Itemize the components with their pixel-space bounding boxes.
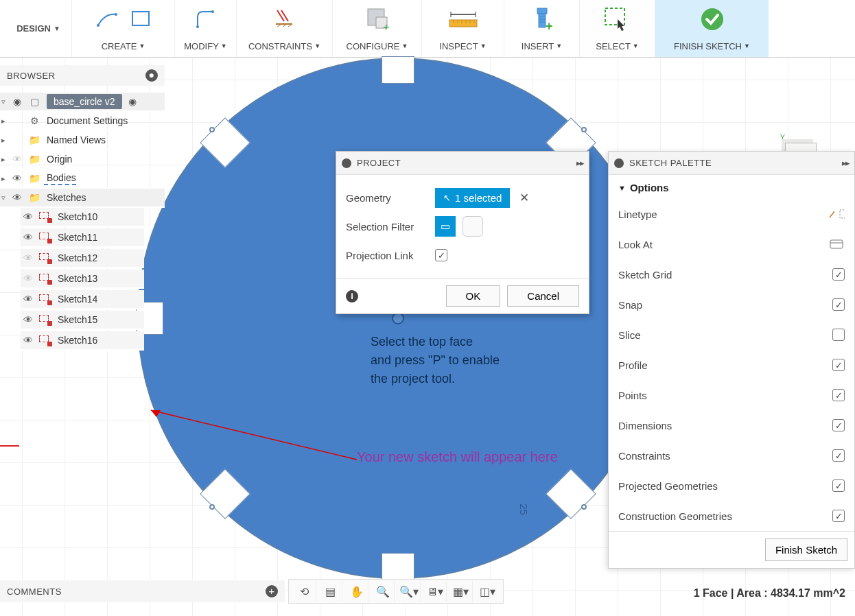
cancel-button[interactable]: Cancel xyxy=(507,285,579,307)
annotation-instructions: Select the top face and press "P" to ena… xyxy=(371,333,500,388)
finish-label: FINISH SKETCH xyxy=(674,41,742,51)
tree-item-sketch[interactable]: 👁 Sketch15 xyxy=(21,311,144,330)
tree-item-sketch[interactable]: 👁 Sketch12 xyxy=(21,249,144,268)
tree-item-doc-settings[interactable]: ▸ ⚙ Document Settings xyxy=(0,112,165,131)
tree-item-named-views[interactable]: ▸ 📁 Named Views xyxy=(0,131,165,150)
linetype-icons[interactable] xyxy=(828,207,845,221)
browser-header[interactable]: BROWSER ● xyxy=(0,65,165,86)
checkbox[interactable] xyxy=(832,329,845,341)
palette-row-label: Profile xyxy=(618,359,832,371)
eye-icon[interactable]: 👁 xyxy=(21,211,36,223)
palette-row: Dimensions✓ xyxy=(609,410,854,440)
sketch-label: Sketch13 xyxy=(55,273,97,284)
fillet-icon xyxy=(194,8,218,31)
checkbox[interactable]: ✓ xyxy=(832,510,845,522)
inspect-label: INSPECT xyxy=(439,41,478,51)
triangle-down-icon: ▼ xyxy=(618,184,626,192)
eye-icon[interactable]: 👁 xyxy=(21,313,36,326)
svg-rect-25 xyxy=(539,14,546,27)
workspace-selector[interactable]: DESIGN▼ xyxy=(0,0,72,57)
chevron-right-icon[interactable]: ▸ xyxy=(0,174,7,183)
checkbox[interactable]: ✓ xyxy=(832,479,845,492)
checkbox[interactable]: ✓ xyxy=(832,268,845,281)
viewport-icon[interactable]: ◫▾ xyxy=(476,581,499,602)
eye-icon[interactable]: ◉ xyxy=(10,95,25,108)
tree-item-sketches[interactable]: ▿ 👁 📁 Sketches xyxy=(0,189,165,208)
toolbar-constraints[interactable]: CONSTRAINTS▼ xyxy=(237,0,333,57)
collapse-icon[interactable]: ● xyxy=(145,69,158,82)
selection-pill[interactable]: ↖ 1 selected xyxy=(435,188,510,208)
caret-down-icon: ▼ xyxy=(221,43,227,49)
orbit-icon[interactable]: ⟲ xyxy=(293,581,316,602)
projection-link-checkbox[interactable]: ✓ xyxy=(435,249,447,261)
anno-line3: the project tool. xyxy=(371,370,500,388)
svg-rect-30 xyxy=(605,8,624,25)
toolbar-select[interactable]: SELECT▼ xyxy=(580,0,655,57)
notch-bottom xyxy=(382,553,414,580)
eye-icon[interactable]: 👁 xyxy=(21,334,36,346)
eye-icon[interactable]: 👁 xyxy=(10,191,25,204)
comments-panel[interactable]: COMMENTS + xyxy=(0,580,285,602)
toolbar-inspect[interactable]: INSPECT▼ xyxy=(422,0,504,57)
palette-header[interactable]: SKETCH PALETTE ▸▸ xyxy=(609,152,854,175)
expand-icon[interactable]: ▸▸ xyxy=(842,158,849,168)
toolbar-insert[interactable]: + INSERT▼ xyxy=(504,0,580,57)
display-icon[interactable]: 🖥▾ xyxy=(423,581,447,602)
info-icon[interactable]: i xyxy=(346,290,358,303)
checkbox[interactable]: ✓ xyxy=(832,419,845,431)
tree-item-sketch[interactable]: 👁 Sketch10 xyxy=(21,208,144,227)
toolbar-create[interactable]: CREATE▼ xyxy=(72,0,175,57)
filter-bodies-button[interactable] xyxy=(462,216,483,237)
expand-icon[interactable]: ▸▸ xyxy=(576,158,583,168)
tree-item-bodies[interactable]: ▸ 👁 📁 Bodies xyxy=(0,169,165,189)
add-comment-icon[interactable]: + xyxy=(266,585,278,597)
tree-item-sketch[interactable]: 👁 Sketch16 xyxy=(21,331,144,351)
look-at-icon[interactable] xyxy=(828,237,845,251)
checkbox[interactable]: ✓ xyxy=(832,449,845,462)
tree-item-sketch[interactable]: 👁 Sketch11 xyxy=(21,228,144,248)
sketch-label: Sketch11 xyxy=(55,232,97,243)
zoom-icon[interactable]: 🔍 xyxy=(371,581,395,602)
section-label: Options xyxy=(630,182,669,193)
modify-label: MODIFY xyxy=(184,41,219,51)
chevron-down-icon[interactable]: ▿ xyxy=(0,193,7,202)
filter-faces-button[interactable]: ▭ xyxy=(435,216,456,237)
checkbox[interactable]: ✓ xyxy=(832,359,845,371)
chevron-right-icon[interactable]: ▸ xyxy=(0,155,7,164)
checkbox[interactable]: ✓ xyxy=(832,298,845,311)
toolbar-configure[interactable]: + CONFIGURE▼ xyxy=(333,0,422,57)
grid-icon[interactable]: ▦▾ xyxy=(449,581,473,602)
eye-icon[interactable]: 👁 xyxy=(21,231,36,244)
eye-icon[interactable]: 👁 xyxy=(10,172,25,185)
palette-row: Look At xyxy=(609,229,854,259)
look-at-icon[interactable]: ▤ xyxy=(319,581,342,602)
target-icon[interactable]: ◉ xyxy=(125,95,140,108)
eye-off-icon[interactable]: 👁 xyxy=(21,252,36,264)
clear-selection-icon[interactable]: ✕ xyxy=(519,191,529,205)
tree-item-origin[interactable]: ▸ 👁 📁 Origin xyxy=(0,150,165,169)
eye-off-icon[interactable]: 👁 xyxy=(10,153,25,165)
zoom-window-icon[interactable]: 🔍▾ xyxy=(397,581,421,602)
chevron-down-icon[interactable]: ▿ xyxy=(0,97,7,106)
eye-off-icon[interactable]: 👁 xyxy=(21,272,36,285)
toolbar-modify[interactable]: MODIFY▼ xyxy=(175,0,237,57)
sketch-body-circle[interactable] xyxy=(137,58,659,579)
palette-row: Constraints✓ xyxy=(609,440,854,471)
tree-root[interactable]: ▿ ◉ ▢ base_circle v2 ◉ xyxy=(0,93,165,112)
finish-sketch-button[interactable]: Finish Sketch xyxy=(765,538,847,561)
palette-row: Sketch Grid✓ xyxy=(609,259,854,289)
dialog-header[interactable]: PROJECT ▸▸ xyxy=(336,152,589,175)
pan-icon[interactable]: ✋ xyxy=(345,581,368,602)
browser-title: BROWSER xyxy=(7,71,56,81)
sketch-lock-icon xyxy=(38,231,52,244)
tree-item-sketch[interactable]: 👁 Sketch14 xyxy=(21,290,144,309)
tree-item-sketch[interactable]: 👁 Sketch13 xyxy=(21,270,144,289)
toolbar-finish-sketch[interactable]: FINISH SKETCH▼ xyxy=(655,0,769,57)
checkbox[interactable]: ✓ xyxy=(832,389,845,401)
chevron-right-icon[interactable]: ▸ xyxy=(0,136,7,145)
cursor-icon: ↖ xyxy=(443,193,451,203)
palette-section-options[interactable]: ▼ Options xyxy=(609,175,854,199)
eye-icon[interactable]: 👁 xyxy=(21,293,36,305)
chevron-right-icon[interactable]: ▸ xyxy=(0,117,7,126)
ok-button[interactable]: OK xyxy=(446,285,501,307)
